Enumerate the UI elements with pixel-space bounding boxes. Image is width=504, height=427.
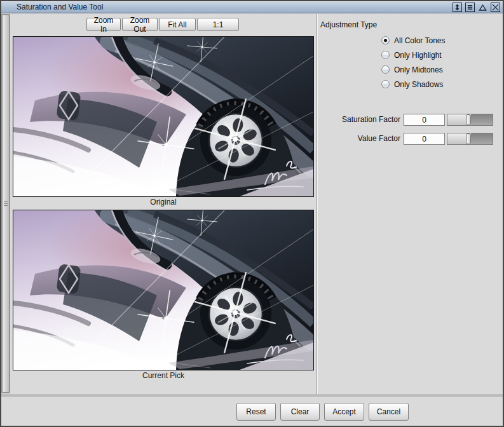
left-scrollbar[interactable] — [1, 14, 10, 393]
saturation-value-tool-window: Saturation and Value Tool Zoom In Zoom O… — [0, 0, 504, 427]
window-title: Saturation and Value Tool — [17, 1, 103, 13]
adjustment-type-radio-group: All Color Tones Only Highlight Only Midt… — [381, 33, 445, 92]
saturation-factor-label: Saturation Factor — [320, 114, 400, 126]
radio-button-icon[interactable] — [381, 80, 390, 88]
radio-label: All Color Tones — [394, 36, 445, 45]
window-menu-icon[interactable] — [465, 3, 475, 12]
zoom-out-button[interactable]: Zoom Out — [122, 18, 158, 31]
radio-only-midtones[interactable]: Only Midtones — [381, 62, 445, 77]
radio-button-icon[interactable] — [381, 65, 390, 74]
resize-vertical-icon[interactable] — [453, 3, 462, 12]
close-icon[interactable] — [491, 3, 500, 12]
radio-only-shadows[interactable]: Only Shadows — [381, 77, 445, 92]
radio-button-icon[interactable] — [381, 36, 390, 44]
preview-image-current-pick[interactable] — [13, 210, 314, 370]
horizontal-divider — [1, 395, 503, 396]
value-factor-slider[interactable] — [447, 133, 493, 145]
slider-handle[interactable] — [466, 133, 471, 144]
adjustment-type-label: Adjustment Type — [320, 20, 377, 29]
radio-all-color-tones[interactable]: All Color Tones — [381, 33, 445, 48]
reset-button[interactable]: Reset — [236, 403, 276, 421]
zoom-in-button[interactable]: Zoom In — [86, 18, 121, 31]
window-controls — [453, 2, 500, 13]
radio-label: Only Shadows — [394, 80, 443, 89]
scrollbar-thumb[interactable] — [2, 15, 10, 393]
preview-image-original[interactable] — [13, 36, 314, 197]
shade-icon[interactable] — [478, 3, 487, 12]
clear-button[interactable]: Clear — [280, 403, 320, 421]
scrollbar-grip-icon — [4, 201, 8, 207]
radio-button-icon[interactable] — [381, 51, 390, 59]
fit-all-button[interactable]: Fit All — [159, 18, 196, 31]
window-titlebar[interactable]: Saturation and Value Tool — [1, 1, 503, 13]
action-bar: Reset Clear Accept Cancel — [236, 403, 409, 421]
value-factor-label: Value Factor — [320, 133, 400, 145]
slider-track-dark — [471, 114, 493, 125]
saturation-factor-slider[interactable] — [447, 114, 493, 126]
zoom-toolbar: Zoom In Zoom Out Fit All 1:1 — [86, 18, 239, 31]
radio-label: Only Midtones — [394, 65, 443, 74]
radio-label: Only Highlight — [394, 51, 442, 60]
one-to-one-button[interactable]: 1:1 — [197, 18, 239, 31]
cancel-button[interactable]: Cancel — [369, 403, 409, 421]
accept-button[interactable]: Accept — [324, 403, 364, 421]
radio-only-highlight[interactable]: Only Highlight — [381, 48, 445, 62]
slider-track-dark — [471, 133, 493, 144]
vertical-divider — [317, 14, 317, 394]
saturation-factor-input[interactable] — [404, 114, 445, 126]
current-pick-caption: Current Pick — [13, 371, 314, 380]
original-caption: Original — [13, 198, 314, 207]
value-factor-input[interactable] — [404, 133, 445, 145]
slider-handle[interactable] — [466, 114, 471, 125]
